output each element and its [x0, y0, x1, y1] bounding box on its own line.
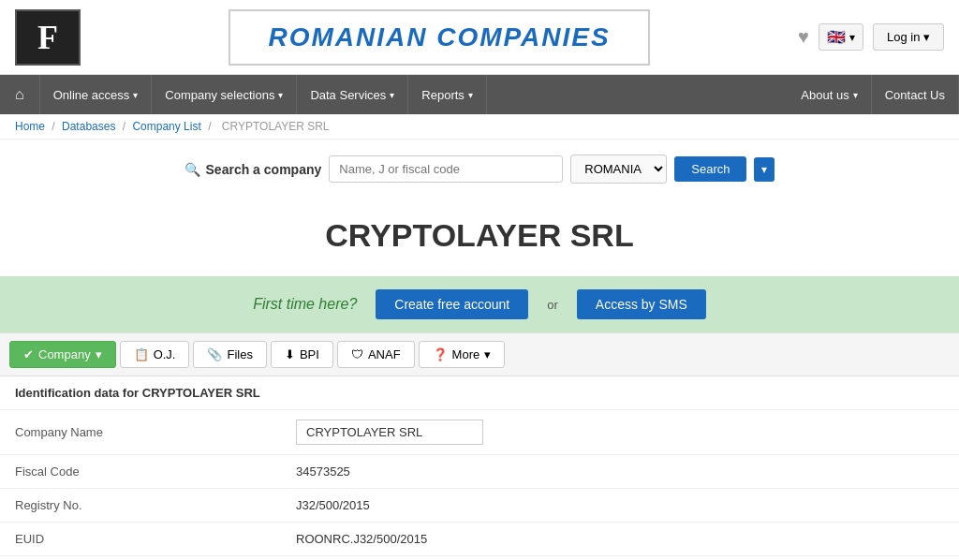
tab-bpi[interactable]: ⬇ BPI	[271, 341, 333, 368]
tab-files-label: Files	[227, 347, 252, 361]
tab-company-label: Company	[38, 347, 91, 361]
nav-data-services[interactable]: Data Services ▾	[297, 75, 408, 114]
chevron-down-icon: ▾	[96, 347, 102, 361]
breadcrumb-company-list[interactable]: Company List	[132, 120, 200, 133]
field-value-date-establishment: 2015 🔒 🔒	[281, 556, 959, 561]
table-row: Date of establishment 2015 🔒 🔒	[0, 556, 959, 561]
nav-reports[interactable]: Reports ▾	[408, 75, 487, 114]
first-time-banner: First time here? Create free account or …	[0, 276, 959, 332]
site-title-box: ROMANIAN COMPANIES	[118, 9, 760, 66]
identification-title: Identification data for CRYPTOLAYER SRL	[0, 376, 959, 410]
company-name-value: CRYPTOLAYER SRL	[296, 420, 483, 445]
nav-data-services-label: Data Services	[310, 88, 386, 102]
nav-contact-us[interactable]: Contact Us	[872, 75, 959, 114]
or-text: or	[547, 298, 558, 312]
nav-about-us-label: About us	[801, 88, 848, 102]
nav-right-group: About us ▾ Contact Us	[788, 75, 959, 114]
files-icon: 📎	[207, 347, 222, 361]
nav-about-us[interactable]: About us ▾	[788, 75, 871, 114]
chevron-down-icon: ▾	[390, 90, 394, 100]
top-header: F ROMANIAN COMPANIES ♥ 🇬🇧 ▾ Log in ▾	[0, 0, 959, 75]
field-value-fiscal-code: 34573525	[281, 455, 959, 489]
favorite-icon[interactable]: ♥	[798, 26, 809, 48]
chevron-down-icon: ▾	[133, 90, 138, 100]
breadcrumb: Home / Databases / Company List / CRYPTO…	[0, 114, 959, 140]
breadcrumb-sep-3: /	[208, 120, 214, 133]
lang-caret: ▾	[849, 31, 855, 44]
search-dropdown-button[interactable]: ▾	[754, 157, 775, 182]
access-sms-button[interactable]: Access by SMS	[577, 289, 706, 319]
field-label-euid: EUID	[0, 523, 281, 556]
table-row: Fiscal Code 34573525	[0, 455, 959, 489]
checkmark-icon: ✔	[23, 347, 34, 361]
field-value-registry-no: J32/500/2015	[281, 489, 959, 523]
language-selector[interactable]: 🇬🇧 ▾	[819, 23, 863, 51]
field-label-fiscal-code: Fiscal Code	[0, 455, 281, 489]
field-label-registry-no: Registry No.	[0, 489, 281, 523]
site-title: ROMANIAN COMPANIES	[268, 22, 610, 52]
field-value-company-name: CRYPTOLAYER SRL	[281, 410, 959, 455]
tab-bpi-label: BPI	[300, 347, 319, 361]
tab-more[interactable]: ❓ More ▾	[419, 341, 506, 368]
tab-oj-label: O.J.	[154, 347, 176, 361]
oj-icon: 📋	[134, 347, 149, 361]
breadcrumb-sep-1: /	[52, 120, 58, 133]
search-icon: 🔍	[184, 162, 200, 177]
tab-anaf[interactable]: 🛡 ANAF	[337, 341, 415, 368]
chevron-down-icon: ▾	[468, 90, 473, 100]
site-title-container: ROMANIAN COMPANIES	[229, 9, 649, 66]
nav-company-selections[interactable]: Company selections ▾	[152, 75, 297, 114]
shield-icon: 🛡	[351, 347, 363, 361]
breadcrumb-sep-2: /	[123, 120, 129, 133]
create-account-button[interactable]: Create free account	[376, 289, 528, 319]
chevron-down-icon: ▾	[484, 347, 491, 361]
tab-anaf-label: ANAF	[368, 347, 401, 361]
nav-company-selections-label: Company selections	[165, 88, 274, 102]
nav-online-access-label: Online access	[53, 88, 130, 102]
field-label-company-name: Company Name	[0, 410, 281, 455]
identification-section: Identification data for CRYPTOLAYER SRL …	[0, 376, 959, 560]
country-select[interactable]: ROMANIA	[570, 155, 667, 184]
first-time-text: First time here?	[253, 296, 357, 313]
field-value-euid: ROONRC.J32/500/2015	[281, 523, 959, 556]
nav-home[interactable]: ⌂	[0, 75, 40, 114]
tab-company[interactable]: ✔ Company ▾	[9, 341, 116, 368]
main-nav: ⌂ Online access ▾ Company selections ▾ D…	[0, 75, 959, 114]
header-right: ♥ 🇬🇧 ▾ Log in ▾	[798, 23, 944, 51]
company-tabs: ✔ Company ▾ 📋 O.J. 📎 Files ⬇ BPI 🛡 ANAF …	[0, 332, 959, 376]
company-title-section: CRYPTOLAYER SRL	[0, 199, 959, 276]
table-row: Company Name CRYPTOLAYER SRL	[0, 410, 959, 455]
tab-files[interactable]: 📎 Files	[193, 341, 266, 368]
nav-reports-label: Reports	[421, 88, 465, 102]
chevron-down-icon: ▾	[278, 90, 283, 100]
tab-more-label: More	[452, 347, 480, 361]
flag-icon: 🇬🇧	[827, 28, 846, 46]
home-icon: ⌂	[15, 86, 24, 103]
search-button[interactable]: Search	[674, 156, 746, 182]
table-row: Registry No. J32/500/2015	[0, 489, 959, 523]
breadcrumb-home[interactable]: Home	[15, 120, 45, 133]
breadcrumb-databases[interactable]: Databases	[62, 120, 115, 133]
logo: F	[15, 9, 81, 66]
nav-online-access[interactable]: Online access ▾	[40, 75, 153, 114]
more-icon: ❓	[433, 347, 448, 361]
bpi-icon: ⬇	[285, 347, 295, 361]
login-button[interactable]: Log in ▾	[873, 23, 944, 51]
chevron-down-icon: ▾	[853, 90, 858, 100]
breadcrumb-current: CRYPTOLAYER SRL	[222, 120, 330, 133]
tab-oj[interactable]: 📋 O.J.	[120, 341, 190, 368]
search-input[interactable]	[329, 155, 563, 183]
table-row: EUID ROONRC.J32/500/2015	[0, 523, 959, 556]
field-label-date-establishment: Date of establishment	[0, 556, 281, 561]
search-bar: 🔍 Search a company ROMANIA Search ▾	[0, 140, 959, 199]
company-title: CRYPTOLAYER SRL	[0, 217, 959, 254]
logo-letter: F	[37, 18, 58, 57]
identification-table: Company Name CRYPTOLAYER SRL Fiscal Code…	[0, 410, 959, 560]
nav-contact-us-label: Contact Us	[885, 88, 945, 102]
search-label: 🔍 Search a company	[184, 162, 322, 177]
